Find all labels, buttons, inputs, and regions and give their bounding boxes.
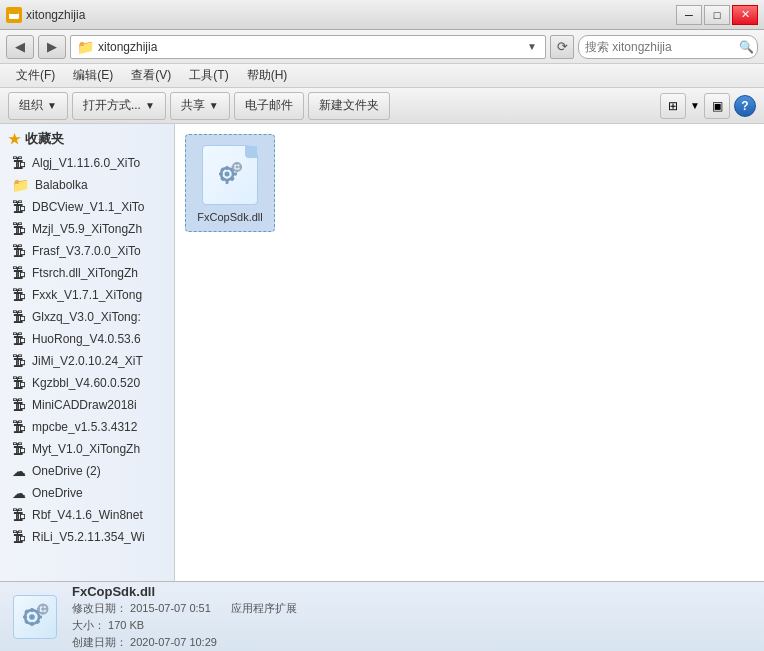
file-icon-wrapper (198, 143, 262, 207)
menu-view[interactable]: 查看(V) (123, 65, 179, 86)
status-file-icon (13, 595, 57, 639)
maximize-button[interactable]: □ (704, 5, 730, 25)
sidebar-item-3[interactable]: 🗜 Mzjl_V5.9_XiTongZh (0, 218, 174, 240)
status-row-1: 修改日期： 2015-07-07 0:51 应用程序扩展 (72, 601, 297, 616)
archive-icon-5: 🗜 (12, 265, 26, 281)
address-bar: ◀ ▶ 📁 xitongzhijia ▼ ⟳ 🔍 (0, 30, 764, 64)
sidebar-label-7: Glxzq_V3.0_XiTong: (32, 310, 141, 324)
menu-help[interactable]: 帮助(H) (239, 65, 296, 86)
sidebar-item-2[interactable]: 🗜 DBCView_V1.1_XiTo (0, 196, 174, 218)
sidebar-label-13: Myt_V1.0_XiTongZh (32, 442, 140, 456)
sidebar-item-4[interactable]: 🗜 Frasf_V3.7.0.0_XiTo (0, 240, 174, 262)
preview-pane-button[interactable]: ▣ (704, 93, 730, 119)
status-row-3: 创建日期： 2020-07-07 10:29 (72, 635, 297, 650)
archive-icon-6: 🗜 (12, 287, 26, 303)
minimize-button[interactable]: ─ (676, 5, 702, 25)
status-filename: FxCopSdk.dll (72, 584, 297, 599)
sidebar-item-11[interactable]: 🗜 MiniCADDraw2018i (0, 394, 174, 416)
sidebar-item-12[interactable]: 🗜 mpcbe_v1.5.3.4312 (0, 416, 174, 438)
status-gear-svg (15, 597, 55, 637)
window-icon (6, 7, 22, 23)
title-bar-left: xitongzhijia (6, 7, 85, 23)
menu-edit[interactable]: 编辑(E) (65, 65, 121, 86)
organize-button[interactable]: 组织 ▼ (8, 92, 68, 120)
sidebar-item-15[interactable]: ☁ OneDrive (0, 482, 174, 504)
svg-rect-17 (239, 166, 242, 168)
sidebar: ★ 收藏夹 🗜 Algj_V1.11.6.0_XiTo 📁 Balabolka … (0, 124, 175, 581)
status-icon-wrapper (10, 592, 60, 642)
svg-rect-22 (23, 615, 27, 618)
sidebar-item-13[interactable]: 🗜 Myt_V1.0_XiTongZh (0, 438, 174, 460)
file-item-0[interactable]: FxCopSdk.dll (185, 134, 275, 232)
menu-file[interactable]: 文件(F) (8, 65, 63, 86)
back-button[interactable]: ◀ (6, 35, 34, 59)
share-button[interactable]: 共享 ▼ (170, 92, 230, 120)
sidebar-item-0[interactable]: 🗜 Algj_V1.11.6.0_XiTo (0, 152, 174, 174)
svg-rect-7 (233, 173, 237, 176)
menu-tools[interactable]: 工具(T) (181, 65, 236, 86)
file-name-0: FxCopSdk.dll (197, 211, 262, 223)
open-with-label: 打开方式... (83, 97, 141, 114)
breadcrumb-dropdown-icon[interactable]: ▼ (525, 41, 539, 52)
sidebar-item-14[interactable]: ☁ OneDrive (2) (0, 460, 174, 482)
svg-rect-14 (236, 162, 238, 165)
sidebar-label-5: Ftsrch.dll_XiTongZh (32, 266, 138, 280)
search-input[interactable] (585, 40, 735, 54)
breadcrumb-bar[interactable]: 📁 xitongzhijia ▼ (70, 35, 546, 59)
sidebar-item-6[interactable]: 🗜 Fxxk_V1.7.1_XiTong (0, 284, 174, 306)
organize-label: 组织 (19, 97, 43, 114)
sidebar-scroll: ★ 收藏夹 🗜 Algj_V1.11.6.0_XiTo 📁 Balabolka … (0, 124, 174, 581)
refresh-button[interactable]: ⟳ (550, 35, 574, 59)
svg-rect-1 (9, 11, 19, 14)
archive-icon-8: 🗜 (12, 331, 26, 347)
email-label: 电子邮件 (245, 97, 293, 114)
svg-rect-20 (31, 608, 34, 612)
window-title: xitongzhijia (26, 8, 85, 22)
sidebar-label-3: Mzjl_V5.9_XiTongZh (32, 222, 142, 236)
svg-point-19 (29, 614, 35, 620)
sidebar-item-8[interactable]: 🗜 HuoRong_V4.0.53.6 (0, 328, 174, 350)
open-with-button[interactable]: 打开方式... ▼ (72, 92, 166, 120)
status-created: 创建日期： 2020-07-07 10:29 (72, 635, 217, 650)
close-button[interactable]: ✕ (732, 5, 758, 25)
sidebar-item-9[interactable]: 🗜 JiMi_V2.0.10.24_XiT (0, 350, 174, 372)
archive-icon-2: 🗜 (12, 199, 26, 215)
open-with-dropdown-icon: ▼ (145, 100, 155, 111)
status-row-2: 大小： 170 KB (72, 618, 297, 633)
svg-rect-23 (38, 615, 42, 618)
svg-rect-4 (226, 166, 229, 170)
svg-point-29 (41, 607, 45, 611)
svg-rect-21 (31, 622, 34, 626)
sidebar-header-label: 收藏夹 (25, 130, 64, 148)
new-folder-button[interactable]: 新建文件夹 (308, 92, 390, 120)
svg-rect-16 (232, 166, 235, 168)
sidebar-label-11: MiniCADDraw2018i (32, 398, 137, 412)
email-button[interactable]: 电子邮件 (234, 92, 304, 120)
folder-icon-1: 📁 (12, 177, 29, 193)
help-button[interactable]: ? (734, 95, 756, 117)
help-icon: ? (741, 99, 748, 113)
archive-icon-4: 🗜 (12, 243, 26, 259)
dll-file-icon (202, 145, 258, 205)
star-icon: ★ (8, 131, 21, 147)
svg-rect-30 (42, 604, 44, 607)
svg-rect-33 (45, 607, 48, 609)
archive-icon-13: 🗜 (12, 441, 26, 457)
sidebar-label-8: HuoRong_V4.0.53.6 (32, 332, 141, 346)
sidebar-item-7[interactable]: 🗜 Glxzq_V3.0_XiTong: (0, 306, 174, 328)
sidebar-item-10[interactable]: 🗜 Kgzbbl_V4.60.0.520 (0, 372, 174, 394)
sidebar-item-16[interactable]: 🗜 Rbf_V4.1.6_Win8net (0, 504, 174, 526)
view-dropdown-icon[interactable]: ▼ (690, 100, 700, 111)
folder-icon: 📁 (77, 39, 94, 55)
view-toggle-button[interactable]: ⊞ (660, 93, 686, 119)
organize-dropdown-icon: ▼ (47, 100, 57, 111)
new-folder-label: 新建文件夹 (319, 97, 379, 114)
sidebar-label-6: Fxxk_V1.7.1_XiTong (32, 288, 142, 302)
window-controls: ─ □ ✕ (676, 5, 758, 25)
sidebar-item-5[interactable]: 🗜 Ftsrch.dll_XiTongZh (0, 262, 174, 284)
forward-button[interactable]: ▶ (38, 35, 66, 59)
sidebar-label-12: mpcbe_v1.5.3.4312 (32, 420, 137, 434)
main-content: ★ 收藏夹 🗜 Algj_V1.11.6.0_XiTo 📁 Balabolka … (0, 124, 764, 581)
sidebar-item-17[interactable]: 🗜 RiLi_V5.2.11.354_Wi (0, 526, 174, 548)
sidebar-item-1[interactable]: 📁 Balabolka (0, 174, 174, 196)
